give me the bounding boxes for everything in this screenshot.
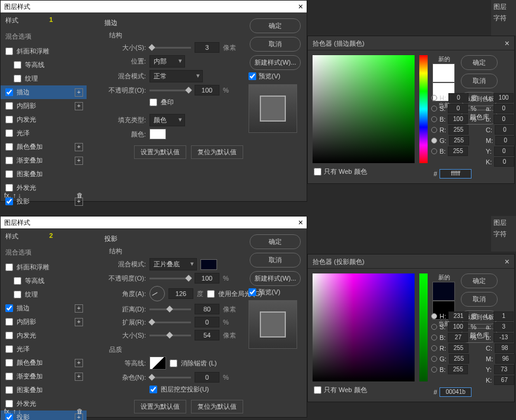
cancel-button[interactable]: 取消 [250, 37, 301, 52]
bb-value[interactable]: 255 [448, 147, 468, 156]
add-icon[interactable]: + [75, 143, 83, 151]
fx-texture[interactable]: 纹理 [1, 72, 87, 85]
fx-inner-glow[interactable]: 内发光 [1, 113, 87, 126]
m-value[interactable]: 0 [495, 136, 515, 145]
fx-bevel[interactable]: 斜面和浮雕 [1, 44, 87, 58]
cancel-button[interactable]: 取消 [250, 253, 301, 268]
hue-slider[interactable] [419, 55, 428, 163]
fx-stroke[interactable]: 描边+ [1, 85, 87, 99]
fx-pattern-overlay[interactable]: 图案叠加 [1, 167, 87, 181]
lab-b-value[interactable]: -13 [493, 333, 514, 342]
set-default-button[interactable]: 设置为默认值 [134, 145, 186, 159]
saturation-value-box[interactable] [313, 273, 415, 381]
fx-gradient-overlay[interactable]: 渐变叠加+ [1, 154, 87, 167]
fx-satin[interactable]: 光泽 [1, 342, 87, 356]
blendmode-dropdown[interactable]: 正常 [149, 70, 203, 82]
set-default-button[interactable]: 设置为默认值 [134, 400, 186, 413]
g-value[interactable]: 255 [449, 354, 469, 364]
spread-value[interactable]: 0 [195, 317, 219, 327]
distance-value[interactable]: 80 [195, 304, 219, 314]
fx-stroke[interactable]: 描边+ [1, 301, 87, 315]
preview-check[interactable] [249, 288, 256, 296]
size-slider[interactable] [149, 335, 191, 336]
cp-cancel-button[interactable]: 取消 [461, 292, 498, 307]
add-icon[interactable]: + [75, 102, 83, 110]
noise-value[interactable]: 0 [195, 372, 219, 383]
cp-ok-button[interactable]: 确定 [461, 55, 498, 70]
g-value[interactable]: 255 [449, 136, 469, 145]
size-value[interactable]: 54 [195, 330, 219, 341]
trash-icon[interactable]: 🗑 [77, 192, 83, 199]
antialias-check[interactable] [170, 359, 177, 367]
h-radio[interactable] [431, 313, 437, 319]
hex-value[interactable]: 00041b [439, 387, 472, 397]
bb-radio[interactable] [431, 148, 437, 154]
shadow-color-swatch[interactable] [200, 259, 217, 270]
knockout-check[interactable] [149, 386, 157, 393]
fx-contour[interactable]: 等高线 [1, 58, 87, 72]
tab-layers-2[interactable]: 图层 [493, 218, 514, 227]
lab-b-value[interactable]: 0 [493, 114, 514, 124]
tab-char-2[interactable]: 字符 [493, 230, 514, 238]
fx-satin[interactable]: 光泽 [1, 126, 87, 140]
fx-texture[interactable]: 纹理 [1, 288, 87, 301]
add-icon[interactable]: + [75, 157, 83, 165]
tab-char[interactable]: 字符 [493, 14, 514, 23]
c-value[interactable]: 0 [495, 125, 515, 135]
reset-default-button[interactable]: 复位为默认值 [191, 145, 243, 159]
fx-stroke-check[interactable] [5, 88, 13, 96]
c-value[interactable]: 98 [495, 343, 515, 353]
global-light-check[interactable] [207, 290, 215, 298]
hue-slider[interactable] [419, 273, 428, 381]
fx-outer-glow-check[interactable] [5, 184, 13, 192]
fx-color-overlay-check[interactable] [5, 143, 13, 151]
stroke-color-swatch[interactable] [149, 129, 166, 139]
r-value[interactable]: 255 [448, 125, 469, 135]
h-value[interactable]: 231 [448, 311, 469, 321]
fx-inner-shadow-check[interactable] [5, 102, 13, 110]
close-icon[interactable]: × [298, 217, 303, 228]
size-value[interactable]: 3 [195, 42, 219, 53]
saturation-value-box[interactable] [313, 55, 415, 163]
opacity-value[interactable]: 100 [195, 273, 219, 284]
trash-icon[interactable]: 🗑 [77, 408, 83, 415]
blend-options-header[interactable]: 混合选项 [1, 244, 87, 260]
s-value[interactable]: 100 [448, 322, 468, 332]
opacity-slider[interactable] [149, 278, 191, 279]
new-style-button[interactable]: 新建样式(W)... [250, 55, 301, 70]
fx-contour[interactable]: 等高线 [1, 274, 87, 288]
new-style-button[interactable]: 新建样式(W)... [250, 271, 301, 286]
fx-gradient-overlay-check[interactable] [5, 157, 13, 164]
k-value[interactable]: 67 [494, 376, 514, 385]
angle-value[interactable]: 126 [168, 288, 193, 299]
bb-value[interactable]: 255 [448, 365, 468, 374]
fx-color-overlay[interactable]: 颜色叠加+ [1, 140, 87, 154]
hex-value[interactable]: ffffff [439, 169, 472, 179]
b-value[interactable]: 100 [448, 114, 468, 124]
b-radio[interactable] [431, 116, 437, 122]
web-only-check[interactable] [314, 386, 321, 394]
overprint-check[interactable] [149, 98, 157, 106]
s-value[interactable]: 0 [448, 104, 468, 113]
b-value[interactable]: 27 [448, 333, 468, 342]
fx-inner-glow[interactable]: 内发光 [1, 329, 87, 342]
web-only-check[interactable] [314, 168, 321, 176]
fx-inner-shadow[interactable]: 内阴影+ [1, 99, 87, 113]
b-radio[interactable] [431, 335, 437, 341]
tab-layers[interactable]: 图层 [493, 2, 514, 11]
r-radio[interactable] [431, 127, 437, 133]
fx-contour-check[interactable] [14, 61, 21, 69]
s-radio[interactable] [431, 324, 437, 330]
fx-inner-glow-check[interactable] [5, 116, 13, 123]
a-value[interactable]: 3 [493, 322, 514, 332]
cp-ok-button[interactable]: 确定 [461, 273, 498, 288]
preview-check[interactable] [249, 72, 256, 80]
size-slider[interactable] [149, 47, 191, 49]
position-dropdown[interactable]: 内部 [149, 55, 185, 68]
fx-inner-shadow[interactable]: 内阴影+ [1, 315, 87, 329]
close-icon[interactable]: × [505, 36, 509, 50]
l-value[interactable]: 1 [493, 311, 514, 321]
close-icon[interactable]: × [505, 254, 509, 268]
h-value[interactable]: 0 [448, 93, 469, 103]
fx-gradient-overlay[interactable]: 渐变叠加+ [1, 370, 87, 383]
